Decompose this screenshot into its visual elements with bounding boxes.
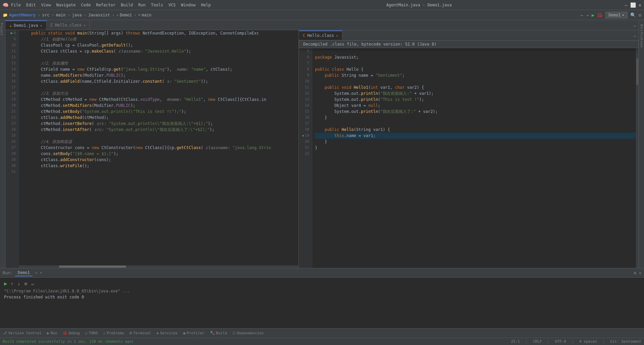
menu-vcs[interactable]: VCS	[166, 2, 178, 8]
r-code-line-11: public void Hello1(int var1, char var2) …	[315, 84, 636, 90]
maximize-button[interactable]: ⬜	[630, 2, 636, 8]
r-code-line-9: public String name = "Sentiment";	[315, 72, 636, 78]
run-wrap-icon[interactable]: ↵	[31, 281, 34, 286]
code-line-17	[21, 84, 296, 90]
run-icon[interactable]: ▶	[592, 12, 594, 18]
build-icon: 🔨	[210, 331, 215, 335]
settings-icon[interactable]: ⚙	[639, 12, 641, 18]
breadcrumb-java[interactable]: java	[72, 13, 82, 17]
run-panel-body: ▶ ↑ ↓ ⊞ ↵ "C:\Program Files\Java\jdk1.8.…	[0, 278, 644, 328]
status-encoding[interactable]: UTF-8	[555, 339, 566, 344]
run-tab-close[interactable]: ✕	[35, 271, 37, 275]
run-tab-add[interactable]: +	[40, 271, 42, 275]
forward-icon[interactable]: →	[586, 12, 589, 18]
tab-hello-class-right[interactable]: C Hello.class ✕	[299, 30, 342, 40]
left-sidebar: Project	[0, 20, 5, 268]
menu-file[interactable]: File	[8, 2, 23, 8]
tab-hello-close[interactable]: ✕	[84, 23, 86, 27]
r-code-line-6: package Javassist;	[315, 54, 636, 60]
menu-build[interactable]: Build	[118, 2, 136, 8]
menu-tools[interactable]: Tools	[148, 2, 166, 8]
right-code-content[interactable]: package Javassist; public class Hello { …	[312, 48, 639, 268]
bottom-run[interactable]: ▶ Run	[47, 331, 57, 335]
menu-run[interactable]: Run	[136, 2, 148, 8]
run-scroll-bottom-icon[interactable]: ↓	[17, 281, 20, 286]
run-scroll-top-icon[interactable]: ↑	[11, 281, 13, 286]
right-code-area[interactable]: 5 6 7 8 9 10 11 12 13 14 15 16 17 18	[299, 48, 639, 268]
window-title: AgentMain.java - Demo1.java	[213, 3, 625, 7]
back-icon[interactable]: ←	[581, 12, 583, 18]
bottom-version-control[interactable]: ⎇ Version Control	[3, 331, 42, 335]
run-settings-icon[interactable]: ⚙	[634, 271, 636, 275]
breadcrumb-main[interactable]: main	[56, 13, 66, 17]
h-scrollbar[interactable]	[19, 265, 299, 268]
status-line-ending[interactable]: CRLF	[533, 339, 542, 344]
search-icon[interactable]: 🔍	[630, 12, 636, 18]
run-panel: Run: Demo1 ✕ + ⚙ ✕ ▶ ↑ ↓ ⊞ ↵ "C:\Program…	[0, 268, 644, 328]
code-line-19: CtMethod ctMethod = new CtMethod(CtClass…	[21, 96, 296, 102]
todo-icon: ☑	[85, 331, 88, 335]
r-code-line-5	[315, 48, 636, 54]
menu-code[interactable]: Code	[78, 2, 94, 8]
code-line-28: cons.setBody("{$0.name = $1;}");	[21, 151, 296, 157]
status-position[interactable]: 25:1	[511, 339, 520, 344]
code-line-16: ctClass.addField(name,CtField.Initialize…	[21, 78, 296, 84]
run-label: Run:	[3, 271, 12, 275]
run-demo1-tab[interactable]: Demo1	[15, 270, 33, 276]
method-icon: m	[139, 13, 141, 17]
code-line-11: CtClass ctClass = cp.makeClass( classnam…	[21, 48, 296, 54]
tab-demo1[interactable]: ☕ Demo1.java ✕	[5, 20, 47, 30]
services-icon: ◈	[156, 331, 159, 335]
run-config[interactable]: Demo1 ▾	[605, 12, 627, 18]
breadcrumb-src[interactable]: src	[42, 13, 50, 17]
right-tab-more[interactable]: ⋯	[631, 32, 639, 40]
left-code-content[interactable]: public static void main(String[] args) t…	[19, 30, 299, 268]
bottom-debug[interactable]: 🐞 Debug	[63, 331, 80, 335]
bottom-dependencies[interactable]: ⬡ Dependencies	[232, 331, 264, 335]
notifications-sidebar[interactable]: Notifications	[640, 24, 643, 48]
breadcrumb-javassist[interactable]: Javassist	[88, 13, 110, 17]
console-output: Process finished with exit code 0	[4, 294, 640, 300]
breadcrumb-method[interactable]: main	[142, 13, 152, 17]
code-line-20: ctMethod.setModifiers(Modifier.PUBLIC);	[21, 102, 296, 109]
breadcrumb-project[interactable]: AgentMemory	[9, 13, 36, 17]
right-v-scrollbar[interactable]	[636, 48, 639, 268]
bottom-profiler[interactable]: ◉ Profiler	[183, 331, 205, 335]
r-code-line-18: public Hello(String var1) {	[315, 127, 636, 133]
menu-navigate[interactable]: Navigate	[54, 2, 78, 8]
run-panel-controls: ⚙ ✕	[634, 271, 641, 275]
code-line-10: ClassPool cp = ClassPool.getDefault();	[21, 42, 296, 48]
r-code-line-7	[315, 60, 636, 66]
bottom-problems[interactable]: ⚠ Problems	[103, 331, 124, 335]
run-play-button[interactable]: ▶	[4, 280, 7, 287]
right-editor-pane: C Hello.class ✕ ⋯ Decompiled .class file…	[299, 30, 639, 268]
status-indent[interactable]: 4 spaces	[579, 339, 597, 344]
sidebar-project[interactable]: Project	[0, 23, 3, 36]
h-scrollbar-thumb[interactable]	[59, 266, 126, 268]
menu-window[interactable]: Window	[178, 2, 198, 8]
menu-edit[interactable]: Edit	[23, 2, 39, 8]
run-panel-close-icon[interactable]: ✕	[639, 271, 641, 275]
code-line-8: public static void main(String[] args) t…	[21, 30, 296, 36]
tab-hello-class-close[interactable]: ✕	[336, 34, 338, 38]
tab-more-button[interactable]: ⋯	[631, 22, 639, 30]
right-v-scrollbar-thumb[interactable]	[636, 58, 638, 85]
left-code-area[interactable]: ▶ 8 9 10 11 12 13 14 15 16 17 18 19	[5, 30, 299, 268]
close-button[interactable]: ✕	[639, 2, 641, 8]
bottom-services[interactable]: ◈ Services	[156, 331, 178, 335]
status-git[interactable]: Git: Sentiment	[610, 339, 641, 344]
bottom-terminal[interactable]: ⊞ Terminal	[130, 331, 151, 335]
bottom-build[interactable]: 🔨 Build	[210, 331, 227, 335]
tab-hello-class-left[interactable]: C Hello.class ✕	[47, 20, 90, 30]
run-filter-icon[interactable]: ⊞	[24, 281, 27, 286]
menu-help[interactable]: Help	[198, 2, 213, 8]
debug-icon[interactable]: 🐞	[597, 12, 603, 18]
menu-view[interactable]: View	[39, 2, 54, 8]
tab-demo1-close[interactable]: ✕	[40, 24, 42, 27]
breadcrumb-class[interactable]: Demo1	[120, 13, 132, 17]
menu-refactor[interactable]: Refactor	[93, 2, 118, 8]
tab-hello-class-label: Hello.class	[307, 33, 334, 38]
minimize-button[interactable]: —	[625, 2, 627, 8]
bottom-todo[interactable]: ☑ TODO	[85, 331, 98, 335]
debug-bottom-icon: 🐞	[63, 331, 67, 335]
